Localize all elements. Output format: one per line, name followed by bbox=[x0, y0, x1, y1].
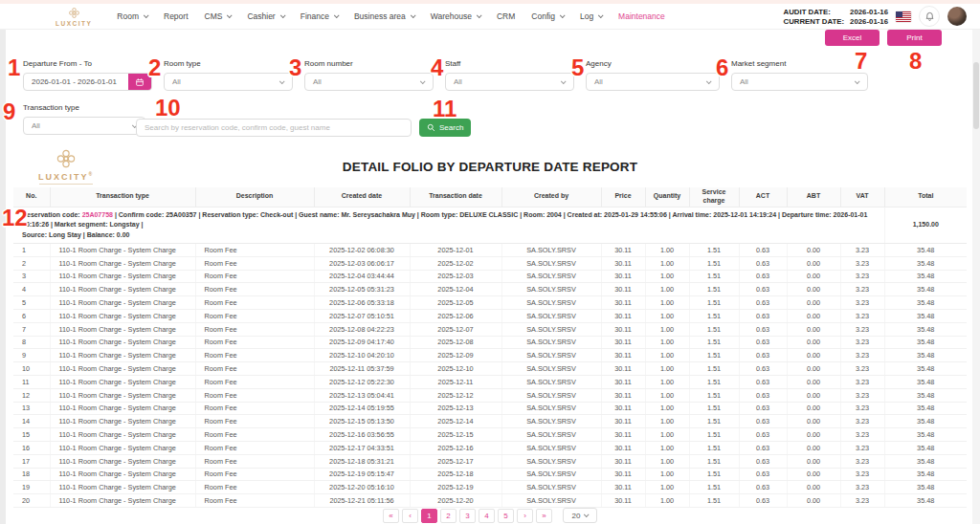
nav-item-room[interactable]: Room bbox=[117, 11, 147, 21]
scrollbar[interactable] bbox=[972, 30, 980, 524]
filter-agency: Agency All bbox=[586, 59, 720, 91]
chevron-down-icon bbox=[334, 12, 340, 18]
room-number-select[interactable]: All bbox=[304, 73, 434, 91]
table-row: 14110-1 Room Charge - System ChargeRoom … bbox=[13, 415, 967, 428]
table-row: 9110-1 Room Charge - System ChargeRoom F… bbox=[13, 349, 967, 362]
chevron-down-icon bbox=[420, 78, 426, 84]
date-info: AUDIT DATE: 2026-01-16 CURRENT DATE: 202… bbox=[784, 8, 888, 26]
chevron-down-icon bbox=[560, 12, 566, 18]
som-mark-11: 11 bbox=[433, 98, 457, 120]
print-button[interactable]: Print bbox=[887, 30, 942, 46]
prev-page-button[interactable]: ‹ bbox=[402, 509, 418, 523]
nav-item-label: Business area bbox=[354, 11, 406, 21]
audit-date-label: AUDIT DATE: bbox=[784, 8, 845, 16]
page-button-4[interactable]: 4 bbox=[479, 509, 495, 523]
notifications-button[interactable] bbox=[919, 6, 940, 27]
nav-item-maintenance[interactable]: Maintenance bbox=[618, 11, 665, 21]
audit-date-value: 2026-01-16 bbox=[850, 8, 888, 16]
filter-staff: Staff All bbox=[445, 59, 574, 91]
excel-button[interactable]: Excel bbox=[825, 30, 880, 46]
room-type-select[interactable]: All bbox=[164, 73, 293, 91]
column-header: Description bbox=[195, 187, 314, 207]
staff-value: All bbox=[454, 77, 462, 86]
us-flag-icon[interactable] bbox=[896, 11, 911, 22]
search-button[interactable]: Search bbox=[419, 119, 471, 137]
nav-item-label: CRM bbox=[497, 11, 515, 21]
report-table: No.Transaction typeDescriptionCreated da… bbox=[13, 187, 967, 508]
brand-name: LUXCITY bbox=[56, 20, 92, 27]
staff-select[interactable]: All bbox=[445, 73, 574, 91]
scrollbar-thumb[interactable] bbox=[973, 62, 979, 129]
nav-item-label: Maintenance bbox=[618, 11, 665, 21]
chevron-down-icon bbox=[477, 12, 482, 18]
table-row: 16110-1 Room Charge - System ChargeRoom … bbox=[13, 441, 967, 454]
transaction-type-select[interactable]: All bbox=[23, 117, 145, 135]
filter-label: Departure From - To bbox=[23, 59, 152, 68]
table-row: 10110-1 Room Charge - System ChargeRoom … bbox=[13, 362, 967, 376]
nav-item-crm[interactable]: CRM bbox=[497, 11, 515, 21]
table-row: 15110-1 Room Charge - System ChargeRoom … bbox=[13, 428, 967, 442]
page-button-2[interactable]: 2 bbox=[440, 509, 457, 523]
table-body: 1110-1 Room Charge - System ChargeRoom F… bbox=[13, 244, 967, 508]
luxcity-flower-icon bbox=[68, 7, 80, 19]
table-row: 18110-1 Room Charge - System ChargeRoom … bbox=[13, 468, 967, 481]
user-avatar[interactable] bbox=[947, 7, 967, 26]
current-date-value: 2026-01-16 bbox=[850, 17, 888, 26]
first-page-button[interactable]: « bbox=[383, 509, 399, 523]
agency-value: All bbox=[594, 77, 603, 86]
nav-item-label: CMS bbox=[205, 11, 223, 21]
nav-item-config[interactable]: Config bbox=[531, 11, 564, 21]
room-type-value: All bbox=[172, 77, 181, 86]
departure-range-value: 2026-01-01 - 2026-01-01 bbox=[24, 77, 128, 86]
report-title: DETAIL FOLIO BY DEPARTURE DATE REPORT bbox=[0, 160, 980, 174]
column-header: VAT bbox=[840, 187, 884, 207]
departure-range-input[interactable]: 2026-01-01 - 2026-01-01 bbox=[23, 73, 152, 91]
calendar-button[interactable] bbox=[128, 73, 151, 91]
table-row: 2110-1 Room Charge - System ChargeRoom F… bbox=[13, 256, 967, 270]
column-header: Transaction date bbox=[410, 187, 501, 207]
chevron-down-icon bbox=[280, 12, 286, 18]
page-button-5[interactable]: 5 bbox=[498, 509, 514, 523]
nav-item-cms[interactable]: CMS bbox=[205, 11, 232, 21]
table-row: 3110-1 Room Charge - System ChargeRoom F… bbox=[13, 270, 967, 283]
som-mark-8: 8 bbox=[909, 50, 922, 73]
page-button-3[interactable]: 3 bbox=[459, 509, 476, 523]
table-row: 1110-1 Room Charge - System ChargeRoom F… bbox=[13, 244, 967, 257]
market-segment-select[interactable]: All bbox=[731, 73, 868, 91]
chevron-down-icon bbox=[855, 78, 860, 84]
table-row: 13110-1 Room Charge - System ChargeRoom … bbox=[13, 402, 967, 415]
column-header: Total bbox=[884, 187, 967, 207]
filter-label: Agency bbox=[586, 59, 720, 68]
room-number-value: All bbox=[313, 77, 322, 86]
column-header: ABT bbox=[787, 187, 840, 207]
app-logo[interactable]: LUXCITY bbox=[56, 7, 92, 27]
nav-item-cashier[interactable]: Cashier bbox=[247, 11, 283, 21]
filter-label: Room type bbox=[164, 59, 293, 68]
next-page-button[interactable]: › bbox=[517, 509, 533, 523]
nav-item-business-area[interactable]: Business area bbox=[354, 11, 414, 21]
som-mark-10: 10 bbox=[155, 97, 181, 120]
table-row: 5110-1 Room Charge - System ChargeRoom F… bbox=[13, 296, 967, 310]
nav-item-label: Warehouse bbox=[431, 11, 472, 21]
filter-room-type: Room type All bbox=[164, 59, 293, 91]
table-row: 6110-1 Room Charge - System ChargeRoom F… bbox=[13, 309, 967, 322]
page-size-select[interactable]: 20 bbox=[563, 508, 597, 523]
page-button-1[interactable]: 1 bbox=[421, 509, 437, 523]
nav-item-report[interactable]: Report bbox=[164, 11, 189, 21]
reservation-info: Reservation code: 25A07758 | Confirm cod… bbox=[13, 207, 884, 244]
nav-item-warehouse[interactable]: Warehouse bbox=[431, 11, 480, 21]
last-page-button[interactable]: » bbox=[536, 509, 552, 523]
nav-item-log[interactable]: Log bbox=[580, 11, 602, 21]
nav-item-finance[interactable]: Finance bbox=[301, 11, 338, 21]
nav-item-label: Finance bbox=[301, 11, 329, 21]
search-input[interactable] bbox=[136, 119, 412, 137]
chevron-down-icon bbox=[706, 78, 712, 84]
agency-select[interactable]: All bbox=[586, 73, 720, 91]
header-right: AUDIT DATE: 2026-01-16 CURRENT DATE: 202… bbox=[784, 6, 967, 27]
filters-row: Departure From - To 2026-01-01 - 2026-01… bbox=[23, 59, 868, 91]
table-header-row: No.Transaction typeDescriptionCreated da… bbox=[13, 187, 967, 207]
reservation-total: 1,150.00 bbox=[884, 207, 967, 244]
current-date-label: CURRENT DATE: bbox=[784, 17, 845, 26]
column-header: ACT bbox=[739, 187, 787, 207]
column-header: Quantity bbox=[645, 187, 689, 207]
